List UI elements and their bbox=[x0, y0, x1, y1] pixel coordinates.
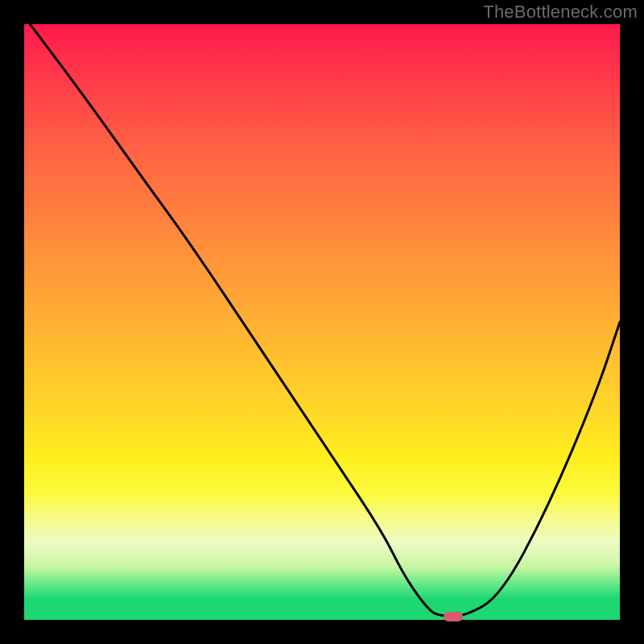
optimal-point-marker bbox=[444, 612, 463, 621]
chart-area bbox=[24, 24, 620, 620]
bottleneck-curve bbox=[24, 24, 620, 620]
watermark-text: TheBottleneck.com bbox=[483, 2, 638, 23]
